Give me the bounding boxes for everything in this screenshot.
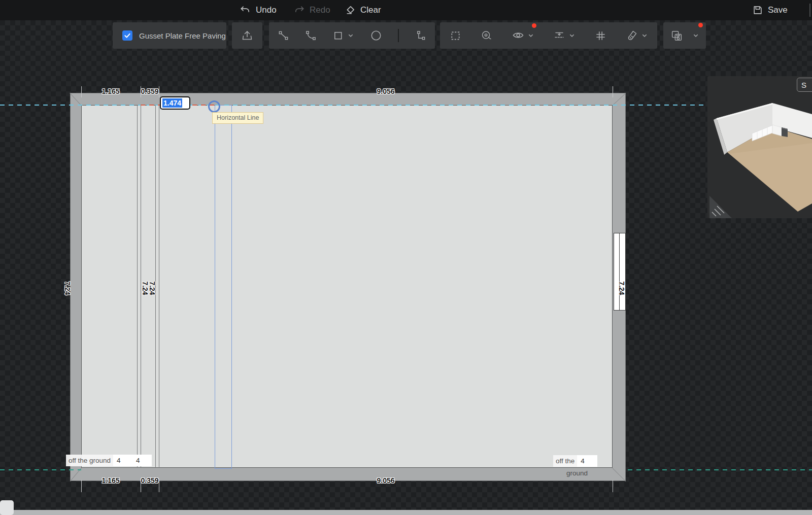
topbar-divider <box>809 4 810 17</box>
upload-icon <box>241 29 253 42</box>
partition-line[interactable] <box>137 105 138 468</box>
dimension-label: 7.24 <box>148 268 156 308</box>
undo-icon <box>240 5 251 16</box>
align-ground-icon <box>553 29 565 42</box>
horizontal-guide-line <box>0 105 707 106</box>
snap-point-marker <box>208 100 220 113</box>
off-ground-label: off the ground <box>66 455 113 466</box>
off-ground-value-field[interactable]: 4 <box>577 455 597 467</box>
off-ground-value-field[interactable]: 4 <box>113 455 132 466</box>
chevron-down-icon[interactable] <box>348 33 354 39</box>
dimension-tick <box>613 480 613 492</box>
redo-icon <box>293 5 305 16</box>
rectangle-tool-icon <box>332 30 344 42</box>
draw-tools-panel <box>269 22 435 49</box>
dimension-label: 0.359 <box>129 476 170 485</box>
dimension-tick <box>81 480 82 492</box>
chevron-down-icon[interactable] <box>693 33 699 39</box>
redo-button[interactable]: Redo <box>293 0 330 20</box>
notification-dot <box>532 23 536 28</box>
gusset-panel: Gusset Plate Free Paving <box>113 22 226 49</box>
visibility-button[interactable] <box>512 29 534 42</box>
upload-button[interactable] <box>241 29 253 42</box>
redo-label: Redo <box>310 5 330 15</box>
dimension-label: 9.056 <box>365 87 406 95</box>
polyline-tool-button[interactable] <box>415 30 426 42</box>
brush-button[interactable] <box>626 29 648 42</box>
marquee-select-button[interactable] <box>450 30 461 42</box>
canvas-corner-button[interactable] <box>0 500 14 515</box>
marquee-select-icon <box>450 30 461 42</box>
curve-tool-button[interactable] <box>305 30 317 42</box>
curve-tool-icon <box>305 30 317 42</box>
save-button[interactable]: Save <box>752 0 788 20</box>
grid-button[interactable] <box>595 30 606 42</box>
grid-icon <box>595 30 606 42</box>
chevron-down-icon[interactable] <box>528 33 534 39</box>
line-tool-button[interactable] <box>278 30 289 42</box>
clear-label: Clear <box>360 5 381 15</box>
check-icon <box>124 32 131 39</box>
dimension-label: 0.359 <box>129 87 170 95</box>
selected-column[interactable] <box>215 105 232 469</box>
length-input[interactable]: 1.474 <box>160 96 190 110</box>
horizontal-line-tooltip: Horizontal Line <box>212 112 263 124</box>
off-ground-value-field[interactable]: 4 <box>132 455 152 466</box>
bottom-guide-line <box>628 469 812 470</box>
upload-panel <box>232 22 262 49</box>
eraser-icon <box>344 5 356 16</box>
gusset-label: Gusset Plate Free Paving <box>139 31 226 40</box>
circle-tool-button[interactable] <box>370 29 382 42</box>
dimension-label: 1.165 <box>90 476 131 485</box>
view-tools-panel <box>440 22 657 49</box>
dimension-label: 1.165 <box>90 87 131 95</box>
tape-measure-icon <box>481 30 492 42</box>
preview-resize-handle[interactable] <box>709 196 730 216</box>
off-ground-widget-left: off the ground 4 4 <box>66 455 152 466</box>
dimension-tick <box>81 86 82 97</box>
3d-preview-panel[interactable]: S <box>707 76 812 218</box>
circle-tool-icon <box>370 29 382 42</box>
copy-save-button[interactable] <box>670 29 683 42</box>
gusset-checkbox[interactable] <box>122 30 132 41</box>
dimension-label: 7.24 <box>63 268 72 308</box>
clear-button[interactable]: Clear <box>344 0 381 20</box>
off-ground-label-wrap: ground <box>566 469 588 477</box>
dimension-label: 9.056 <box>365 476 406 485</box>
copy-save-icon <box>670 29 683 42</box>
undo-button[interactable]: Undo <box>240 0 277 20</box>
length-input-value: 1.474 <box>162 98 182 108</box>
undo-label: Undo <box>256 5 277 15</box>
off-ground-widget-right: off the 4 <box>553 455 597 467</box>
toolbar-divider <box>398 29 399 42</box>
rectangle-tool-button[interactable] <box>332 30 354 42</box>
line-tool-icon <box>278 30 289 42</box>
dimension-tick <box>613 86 613 97</box>
notification-dot <box>698 23 703 27</box>
partition-line[interactable] <box>159 105 159 468</box>
preview-corner-button[interactable]: S <box>797 78 812 92</box>
align-ground-button[interactable] <box>553 29 575 42</box>
dimension-label: 7.24 <box>618 268 626 308</box>
off-ground-label: off the <box>553 455 577 467</box>
horizontal-scrollbar[interactable] <box>0 510 812 515</box>
save-icon <box>752 5 763 16</box>
brush-icon <box>626 29 638 42</box>
room-floor[interactable] <box>81 105 613 468</box>
eye-icon <box>512 29 524 42</box>
tape-measure-button[interactable] <box>481 30 492 42</box>
topbar: Undo Redo Clear Save <box>0 0 812 20</box>
polyline-tool-icon <box>415 30 426 42</box>
chevron-down-icon[interactable] <box>569 33 575 39</box>
bottom-guide-line <box>0 469 81 470</box>
save-label: Save <box>768 5 788 15</box>
chevron-down-icon[interactable] <box>641 33 648 39</box>
